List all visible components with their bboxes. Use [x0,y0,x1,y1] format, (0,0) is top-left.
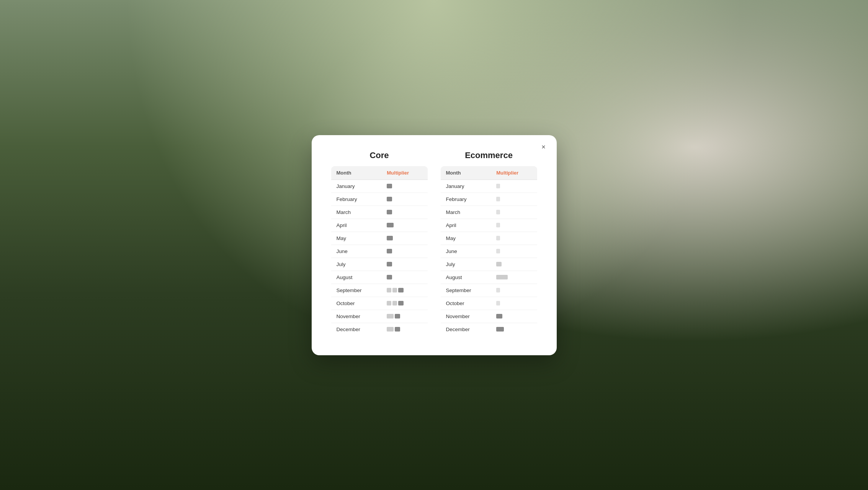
bar-segment [395,327,400,332]
multiplier-cell [381,310,428,323]
bar-segment [496,223,500,227]
month-cell: December [440,323,491,336]
table-row: October [440,297,537,310]
section-ecommerce: EcommerceMonthMultiplierJanuaryFebruaryM… [440,150,538,336]
multiplier-cell [491,180,537,193]
modal-dialog: × CoreMonthMultiplierJanuaryFebruaryMarc… [312,135,557,355]
multiplier-cell [491,271,537,284]
bar-segment [496,275,508,279]
multiplier-cell [491,310,537,323]
col-header-month: Month [331,166,381,180]
multiplier-cell [381,206,428,219]
table-core: MonthMultiplierJanuaryFebruaryMarchApril… [331,166,428,336]
table-row: November [440,310,537,323]
multiplier-cell [381,193,428,206]
bar-segment [496,301,500,305]
bar-segment [387,210,392,214]
col-header-month: Month [440,166,491,180]
month-cell: August [440,271,491,284]
table-row: February [331,193,428,206]
modal-content: CoreMonthMultiplierJanuaryFebruaryMarchA… [331,150,538,336]
bar-segment [496,314,502,318]
multiplier-cell [381,232,428,245]
bar-segment [496,327,504,332]
section-core: CoreMonthMultiplierJanuaryFebruaryMarchA… [331,150,428,336]
table-row: September [440,284,537,297]
table-row: May [440,232,537,245]
bar-segment [496,262,502,266]
month-cell: June [331,245,381,258]
multiplier-cell [381,284,428,297]
multiplier-cell [491,193,537,206]
bar-segment [387,223,394,227]
month-cell: November [440,310,491,323]
table-row: November [331,310,428,323]
table-row: July [331,258,428,271]
bar-segment [387,184,392,188]
month-cell: October [331,297,381,310]
section-title-ecommerce: Ecommerce [440,150,538,160]
col-header-multiplier: Multiplier [381,166,428,180]
table-row: June [331,245,428,258]
table-row: May [331,232,428,245]
multiplier-cell [381,180,428,193]
bar-segment [387,327,394,332]
table-ecommerce: MonthMultiplierJanuaryFebruaryMarchApril… [440,166,538,336]
bar-segment [496,184,500,188]
bar-segment [398,288,404,292]
table-row: April [440,219,537,232]
bar-segment [387,301,391,305]
month-cell: February [331,193,381,206]
multiplier-cell [491,297,537,310]
month-cell: January [440,180,491,193]
month-cell: March [331,206,381,219]
bar-segment [387,275,392,279]
month-cell: November [331,310,381,323]
multiplier-cell [381,323,428,336]
bar-segment [395,314,400,318]
multiplier-cell [491,323,537,336]
col-header-multiplier: Multiplier [491,166,537,180]
multiplier-cell [381,219,428,232]
multiplier-cell [491,219,537,232]
table-row: March [440,206,537,219]
modal-overlay: × CoreMonthMultiplierJanuaryFebruaryMarc… [312,135,557,355]
bar-segment [387,288,391,292]
multiplier-cell [381,258,428,271]
month-cell: April [331,219,381,232]
table-row: January [440,180,537,193]
month-cell: December [331,323,381,336]
bar-segment [387,197,392,201]
multiplier-cell [381,245,428,258]
bar-segment [387,314,394,318]
bar-segment [496,288,500,292]
bar-segment [387,236,393,240]
table-row: August [331,271,428,284]
multiplier-cell [491,232,537,245]
multiplier-cell [381,271,428,284]
bar-segment [496,197,500,201]
multiplier-cell [491,284,537,297]
month-cell: June [440,245,491,258]
table-row: January [331,180,428,193]
table-row: October [331,297,428,310]
table-row: December [331,323,428,336]
table-row: March [331,206,428,219]
bar-segment [387,262,392,266]
table-row: June [440,245,537,258]
multiplier-cell [491,245,537,258]
table-row: July [440,258,537,271]
bar-segment [496,210,500,214]
table-row: September [331,284,428,297]
bar-segment [387,249,392,253]
month-cell: August [331,271,381,284]
bar-segment [496,249,500,253]
close-button[interactable]: × [538,142,549,153]
month-cell: September [440,284,491,297]
multiplier-cell [491,206,537,219]
month-cell: July [440,258,491,271]
bar-segment [392,288,397,292]
month-cell: February [440,193,491,206]
bar-segment [398,301,404,305]
table-row: April [331,219,428,232]
